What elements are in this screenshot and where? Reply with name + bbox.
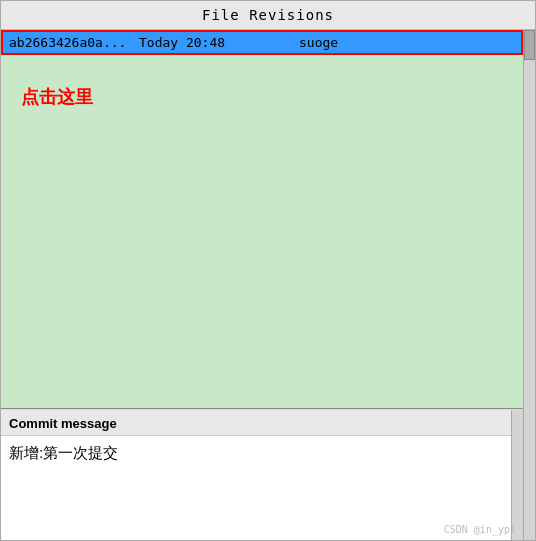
title-bar: File Revisions xyxy=(1,1,535,30)
revisions-area: ab2663426a0a... Today 20:48 suoge 点击这里 C… xyxy=(1,30,535,540)
commit-message-text: 新增:第一次提交 xyxy=(1,436,511,540)
revision-row[interactable]: ab2663426a0a... Today 20:48 suoge xyxy=(1,30,523,55)
revisions-body: 点击这里 xyxy=(1,55,523,408)
revisions-table: ab2663426a0a... Today 20:48 suoge 点击这里 xyxy=(1,30,523,408)
watermark: CSDN @in_ypl xyxy=(444,518,516,537)
commit-content: Commit message 新增:第一次提交 xyxy=(1,410,511,540)
scrollbar-thumb[interactable] xyxy=(524,30,535,60)
click-hint: 点击这里 xyxy=(21,85,93,109)
commit-label: Commit message xyxy=(1,410,511,436)
window-title: File Revisions xyxy=(202,7,334,23)
revision-author: suoge xyxy=(299,35,399,50)
commit-section: Commit message 新增:第一次提交 xyxy=(1,410,511,540)
file-revisions-window: File Revisions ab2663426a0a... Today 20:… xyxy=(0,0,536,541)
revision-date: Today 20:48 xyxy=(139,35,299,50)
main-scrollbar[interactable] xyxy=(523,30,535,540)
revision-hash: ab2663426a0a... xyxy=(9,35,139,50)
main-content: ab2663426a0a... Today 20:48 suoge 点击这里 C… xyxy=(1,30,523,540)
